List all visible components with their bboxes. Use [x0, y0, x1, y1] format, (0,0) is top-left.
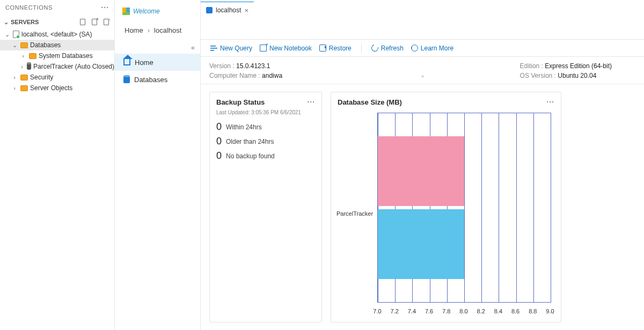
- learn-more-button[interactable]: iLearn More: [409, 42, 456, 54]
- chevron-right-icon: ›: [11, 85, 18, 91]
- chart-x-tick: 9.0: [546, 308, 554, 314]
- backup-label: Older than 24hrs: [226, 138, 274, 145]
- nav-databases-label: Databases: [134, 76, 167, 84]
- chart-x-tick: 8.4: [494, 308, 502, 314]
- restore-label: Restore: [329, 45, 352, 52]
- chart-x-tick: 8.2: [477, 308, 485, 314]
- chevron-right-icon: ›: [19, 53, 27, 59]
- card-menu-icon[interactable]: ···: [546, 98, 554, 106]
- import-icon[interactable]: [103, 18, 110, 26]
- backup-title: Backup Status: [216, 98, 265, 106]
- editor-tabs-strip: localhost ×: [201, 0, 644, 19]
- connections-more-icon[interactable]: ···: [101, 3, 109, 12]
- refresh-label: Refresh: [381, 45, 404, 52]
- backup-row: 0Older than 24hrs: [210, 134, 321, 149]
- connections-sidebar: CONNECTIONS ··· ⌄ SERVERS ⌄ localhost, <…: [0, 0, 115, 330]
- nav-home[interactable]: Home: [115, 54, 200, 71]
- servers-section-header[interactable]: ⌄ SERVERS: [0, 15, 114, 29]
- server-label: localhost, <default> (SA): [21, 31, 92, 38]
- backup-row: 0No backup found: [210, 149, 321, 163]
- crumb-current[interactable]: localhost: [154, 26, 181, 34]
- server-tab-icon: [206, 7, 213, 13]
- new-notebook-button[interactable]: New Notebook: [258, 42, 314, 54]
- tree-server-objects[interactable]: › Server Objects: [0, 83, 114, 93]
- edition-key: Edition :: [520, 62, 543, 70]
- server-properties: Version : 15.0.4123.1 Computer Name : an…: [201, 57, 644, 84]
- chart-plot-area: [377, 113, 551, 303]
- nav-databases[interactable]: Databases: [115, 71, 200, 88]
- chevron-right-icon: ›: [11, 74, 18, 80]
- chart-gridline: [499, 113, 499, 302]
- chart-x-tick: 7.8: [442, 308, 450, 314]
- tree-user-db[interactable]: › ParcelTracker (Auto Closed): [0, 61, 114, 72]
- tab-welcome-label: Welcome: [133, 8, 160, 15]
- backup-row: 0Within 24hrs: [210, 120, 321, 134]
- new-query-button[interactable]: New Query: [208, 42, 254, 54]
- new-group-icon[interactable]: [91, 18, 98, 26]
- separator: [361, 43, 362, 53]
- computer-value: andiwa: [262, 72, 282, 79]
- server-objects-label: Server Objects: [30, 84, 72, 92]
- folder-icon: [29, 53, 36, 59]
- main-content: localhost × New Query New Notebook Resto…: [201, 0, 644, 330]
- folder-icon: [20, 42, 28, 48]
- chart-x-tick: 7.4: [408, 308, 416, 314]
- version-value: 15.0.4123.1: [236, 62, 270, 70]
- chart-x-tick: 8.0: [459, 308, 467, 314]
- close-icon[interactable]: ×: [244, 6, 248, 14]
- refresh-button[interactable]: Refresh: [369, 42, 406, 54]
- tab-localhost[interactable]: localhost ×: [201, 2, 254, 19]
- folder-icon: [20, 75, 28, 80]
- backup-label: No backup found: [226, 152, 275, 160]
- chart-x-tick: 7.0: [373, 308, 381, 314]
- database-icon: [27, 63, 31, 70]
- chart-x-tick: 7.6: [425, 308, 433, 314]
- tree-security[interactable]: › Security: [0, 72, 114, 83]
- backup-count: 0: [216, 121, 222, 133]
- os-key: OS Version :: [520, 72, 556, 79]
- crumb-home[interactable]: Home: [125, 26, 143, 34]
- chart-gridline: [533, 113, 534, 302]
- server-icon: [13, 31, 19, 38]
- chart-gridline: [516, 113, 517, 302]
- info-icon: i: [411, 45, 418, 52]
- card-menu-icon[interactable]: ···: [307, 98, 315, 106]
- edition-value: Express Edition (64-bit): [545, 62, 612, 70]
- tree-databases-node[interactable]: ⌄ Databases: [0, 40, 114, 50]
- welcome-icon: [122, 8, 130, 15]
- chart-bar-segment-a: [378, 209, 464, 279]
- server-tree: ⌄ localhost, <default> (SA) ⌄ Databases …: [0, 29, 114, 96]
- user-db-label: ParcelTracker (Auto Closed): [33, 63, 114, 70]
- security-label: Security: [30, 74, 53, 81]
- restore-button[interactable]: Restore: [317, 42, 354, 54]
- chart-y-category: ParcelTracker: [336, 210, 373, 217]
- chart-bar-segment-b: [378, 136, 464, 206]
- notebook-icon: [260, 45, 267, 52]
- database-size-card: Database Size (MB) ··· ParcelTracker 7.0…: [331, 92, 561, 322]
- connections-title: CONNECTIONS: [5, 4, 53, 11]
- sysdb-label: System Databases: [39, 52, 93, 60]
- chart-gridline: [551, 113, 551, 302]
- tab-active-label: localhost: [216, 6, 241, 14]
- tree-system-databases[interactable]: › System Databases: [0, 50, 114, 61]
- database-size-chart: ParcelTracker 7.07.27.47.67.88.08.28.48.…: [336, 113, 555, 314]
- backup-status-card: Backup Status ··· Last Updated: 3:05:36 …: [209, 92, 322, 322]
- tab-welcome[interactable]: Welcome: [117, 2, 165, 19]
- backup-label: Within 24hrs: [226, 123, 262, 131]
- learn-more-label: Learn More: [421, 45, 453, 52]
- chevron-down-icon: ⌄: [11, 42, 18, 49]
- chart-x-tick: 7.2: [391, 308, 399, 314]
- chevron-down-icon: ⌄: [3, 31, 11, 38]
- home-icon: [123, 59, 130, 65]
- nav-home-label: Home: [135, 58, 153, 67]
- collapse-nav-icon[interactable]: «: [115, 41, 200, 53]
- secondary-nav: Welcome Home › localhost « Home Database…: [115, 0, 201, 330]
- chart-x-tick: 8.6: [511, 308, 519, 314]
- connections-header: CONNECTIONS ···: [0, 0, 114, 15]
- dashboard-toolbar: New Query New Notebook Restore Refresh i…: [201, 39, 644, 57]
- chart-gridline: [464, 113, 465, 302]
- tree-server-node[interactable]: ⌄ localhost, <default> (SA): [0, 29, 114, 40]
- new-connection-icon[interactable]: [79, 18, 86, 26]
- backup-subtitle: Last Updated: 3:05:36 PM 6/6/2021: [210, 107, 321, 120]
- chevron-up-icon[interactable]: ⌃: [420, 75, 425, 82]
